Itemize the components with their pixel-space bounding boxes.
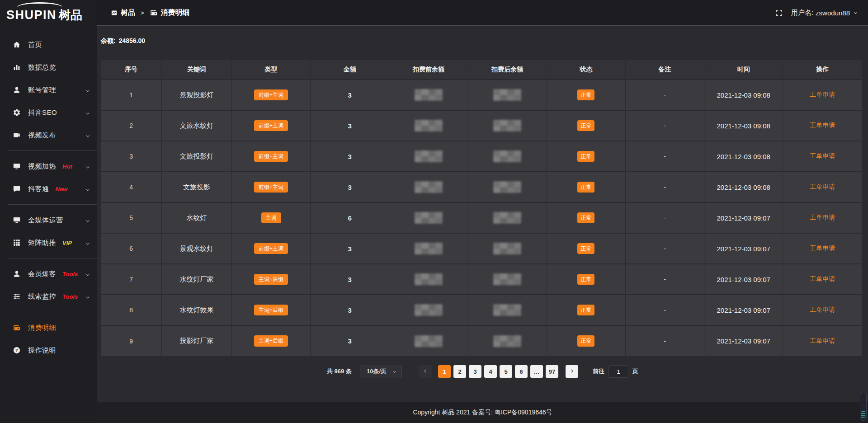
username-menu[interactable]: 用户名: zswodun88 — [791, 9, 858, 17]
cell-time: 2021-12-03 09:07 — [704, 233, 783, 264]
sidebar-item-label: 消费明细 — [28, 324, 56, 332]
redacted-balance-before — [415, 335, 443, 347]
cell-action: 工单申请 — [783, 141, 862, 172]
breadcrumb-item-1[interactable]: 消费明细 — [150, 8, 190, 18]
column-header: 备注 — [625, 60, 704, 80]
redacted-balance-before — [415, 89, 443, 101]
table-row: 3文旅投影灯前缀+主词3正常-2021-12-03 09:08工单申请 — [101, 141, 862, 172]
cell-amount: 3 — [311, 80, 389, 110]
redacted-balance-after — [493, 243, 521, 254]
sidebar-item-label: 视频加热 — [28, 162, 56, 171]
next-page-button[interactable] — [566, 365, 578, 378]
ticket-apply-link[interactable]: 工单申请 — [810, 122, 835, 129]
status-badge: 正常 — [577, 212, 594, 223]
ticket-apply-link[interactable]: 工单申请 — [810, 152, 835, 160]
sidebar-item-label: 首页 — [28, 41, 42, 49]
redacted-balance-after — [493, 212, 521, 224]
cell-balance-before — [389, 264, 468, 295]
sliders-icon — [12, 292, 21, 301]
cell-balance-after — [468, 264, 547, 295]
cell-index: 1 — [101, 80, 162, 110]
cell-balance-before — [389, 172, 468, 202]
redacted-balance-after — [493, 89, 521, 101]
sidebar-item-label: 矩阵助推 — [28, 239, 56, 247]
sidebar-item-doukertong[interactable]: 抖客通New — [0, 178, 97, 200]
sidebar-item-matrix-boost[interactable]: 矩阵助推VIP — [0, 231, 97, 254]
redacted-balance-before — [415, 304, 443, 316]
ticket-apply-link[interactable]: 工单申请 — [810, 91, 835, 98]
cell-amount: 3 — [311, 172, 389, 202]
column-header: 金额 — [311, 60, 389, 80]
ticket-apply-link[interactable]: 工单申请 — [810, 244, 835, 252]
status-badge: 正常 — [577, 151, 594, 162]
ticket-apply-link[interactable]: 工单申请 — [810, 214, 835, 221]
cell-type: 前缀+主词 — [231, 233, 310, 264]
logo-text-en: SHUPIN — [6, 8, 57, 22]
page-size-select[interactable]: 10条/页 — [360, 365, 402, 378]
fullscreen-icon[interactable] — [775, 9, 783, 17]
sidebar-nav: 首页数据总览账号管理抖音SEO视频发布视频加热Hot抖客通New全媒体运营矩阵助… — [0, 29, 97, 362]
sidebar-item-account-manage[interactable]: 账号管理 — [0, 79, 97, 101]
floating-widget[interactable] — [860, 392, 867, 421]
redacted-balance-before — [415, 150, 443, 162]
type-badge: 前缀+主词 — [254, 120, 288, 131]
sidebar-item-data-overview[interactable]: 数据总览 — [0, 56, 97, 79]
monitor-icon — [12, 216, 21, 225]
ticket-apply-link[interactable]: 工单申请 — [810, 337, 835, 344]
wallet-icon — [12, 323, 21, 332]
sidebar-item-clue-monitor[interactable]: 线索监控Tools — [0, 285, 97, 308]
breadcrumb: 树品>消费明细 — [111, 8, 190, 18]
ticket-apply-link[interactable]: 工单申请 — [810, 183, 835, 190]
cell-action: 工单申请 — [783, 80, 862, 110]
status-badge: 正常 — [577, 89, 594, 100]
breadcrumb-separator: > — [141, 9, 144, 16]
sidebar-item-label: 会员爆客 — [28, 270, 56, 278]
cell-amount: 3 — [311, 264, 389, 295]
cell-status: 正常 — [547, 202, 625, 233]
sidebar-item-video-heat[interactable]: 视频加热Hot — [0, 155, 97, 178]
breadcrumb-item-0[interactable]: 树品 — [111, 8, 135, 18]
cell-index: 5 — [101, 202, 162, 233]
sidebar-item-label: 抖音SEO — [28, 108, 57, 117]
sidebar-item-home[interactable]: 首页 — [0, 33, 97, 56]
page-button-3[interactable]: 3 — [469, 365, 481, 378]
page-button-4[interactable]: 4 — [484, 365, 497, 378]
ticket-apply-link[interactable]: 工单申请 — [810, 275, 835, 282]
cell-status: 正常 — [547, 80, 625, 110]
ticket-apply-link[interactable]: 工单申请 — [810, 306, 835, 313]
sidebar-item-label: 视频发布 — [28, 131, 56, 140]
sidebar-item-member-burst[interactable]: 会员爆客Tools — [0, 263, 97, 285]
sidebar-item-operation-guide[interactable]: ?操作说明 — [0, 339, 97, 362]
sidebar-item-douyin-seo[interactable]: 抖音SEO — [0, 101, 97, 124]
sidebar-item-label: 操作说明 — [28, 346, 56, 355]
page-button-5[interactable]: 5 — [500, 365, 512, 378]
cell-action: 工单申请 — [783, 202, 862, 233]
cell-balance-after — [468, 202, 547, 233]
user-icon — [12, 85, 21, 94]
goto-page: 前往 页 — [593, 365, 638, 378]
cell-type: 主词 — [231, 202, 310, 233]
sidebar-divider — [8, 204, 97, 205]
table-row: 2文旅水纹灯前缀+主词3正常-2021-12-03 09:08工单申请 — [101, 110, 862, 141]
sidebar-item-tag: Tools — [62, 293, 78, 300]
brand-logo[interactable]: SHUPIN树品 — [0, 0, 97, 29]
sidebar-item-all-media[interactable]: 全媒体运营 — [0, 209, 97, 231]
home-icon — [12, 40, 21, 49]
sidebar-item-video-publish[interactable]: 视频发布 — [0, 124, 97, 146]
sidebar-item-tag: Tools — [62, 271, 78, 277]
chevron-left-icon — [423, 368, 428, 375]
sidebar-item-consume-detail[interactable]: 消费明细 — [0, 316, 97, 339]
prev-page-button[interactable] — [419, 365, 432, 378]
page-button-97[interactable]: 97 — [546, 365, 558, 378]
page-button-1[interactable]: 1 — [438, 365, 451, 378]
sidebar-divider — [8, 150, 97, 151]
cell-keyword: 水纹灯 — [162, 202, 232, 233]
consume-table: 序号关键词类型金额扣费前余额扣费后余额状态备注时间操作 1景观投影灯前缀+主词3… — [101, 60, 862, 356]
more-pages-button[interactable]: … — [530, 365, 543, 378]
goto-page-input[interactable] — [609, 365, 628, 378]
page-button-6[interactable]: 6 — [515, 365, 528, 378]
table-row: 1景观投影灯前缀+主词3正常-2021-12-03 09:08工单申请 — [101, 80, 862, 110]
page-button-2[interactable]: 2 — [453, 365, 466, 378]
cell-remark: - — [625, 233, 704, 264]
redacted-balance-before — [415, 243, 443, 254]
